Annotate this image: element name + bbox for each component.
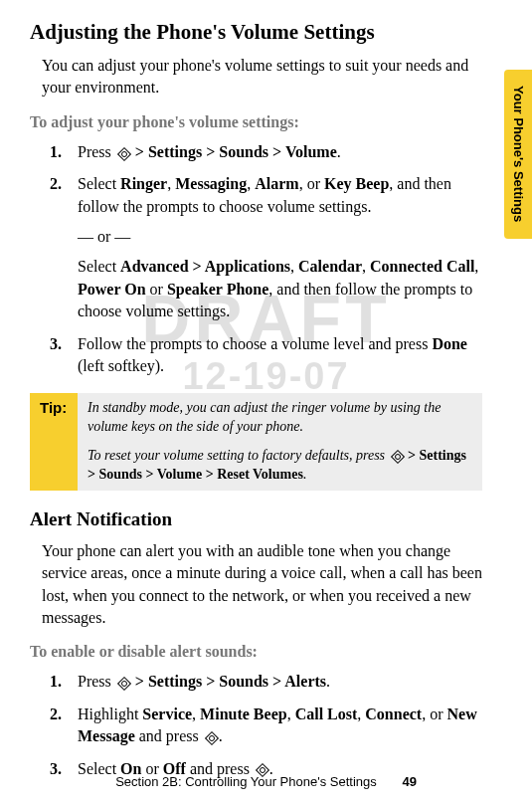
procedure-heading-1: To adjust your phone's volume settings: [30, 113, 482, 131]
nav-key-icon [390, 451, 404, 462]
step-number: 1. [50, 141, 62, 163]
steps-list-1: 1. Press > Settings > Sounds > Volume. 2… [30, 141, 482, 378]
step-1: 1. Press > Settings > Sounds > Volume. [58, 141, 482, 163]
alert-heading: Alert Notification [30, 508, 482, 530]
step-2: 2. Select Ringer, Messaging, Alarm, or K… [58, 173, 482, 322]
section-heading: Adjusting the Phone's Volume Settings [30, 20, 482, 45]
page-content: Adjusting the Phone's Volume Settings Yo… [0, 0, 532, 807]
tip-paragraph-1: In standby mode, you can adjust the ring… [88, 399, 472, 437]
nav-key-icon [204, 732, 218, 743]
alert-step-3: 3. Select On or Off and press . [58, 758, 482, 780]
alert-step-2: 2. Highlight Service, Minute Beep, Call … [58, 704, 482, 748]
tip-box: Tip: In standby mode, you can adjust the… [30, 393, 482, 491]
procedure-heading-2: To enable or disable alert sounds: [30, 643, 482, 661]
step-number: 3. [50, 758, 62, 780]
tip-paragraph-2: To reset your volume setting to factory … [88, 447, 472, 485]
nav-key-icon [116, 148, 130, 159]
steps-list-2: 1. Press > Settings > Sounds > Alerts. 2… [30, 671, 482, 780]
nav-key-icon [116, 678, 130, 689]
alert-intro: Your phone can alert you with an audible… [42, 540, 482, 630]
or-separator: — or — [78, 226, 482, 248]
step-number: 1. [50, 671, 62, 693]
alert-step-1: 1. Press > Settings > Sounds > Alerts. [58, 671, 482, 693]
step-number: 2. [50, 704, 62, 725]
nav-key-icon [255, 764, 268, 775]
step-number: 2. [50, 173, 62, 195]
step-2-alt: Select Advanced > Applications, Calendar… [78, 256, 482, 322]
tip-content: In standby mode, you can adjust the ring… [78, 393, 482, 491]
tip-label: Tip: [30, 393, 78, 491]
intro-paragraph: You can adjust your phone's volume setti… [42, 55, 482, 100]
step-number: 3. [50, 333, 62, 355]
step-3: 3. Follow the prompts to choose a volume… [58, 333, 482, 378]
